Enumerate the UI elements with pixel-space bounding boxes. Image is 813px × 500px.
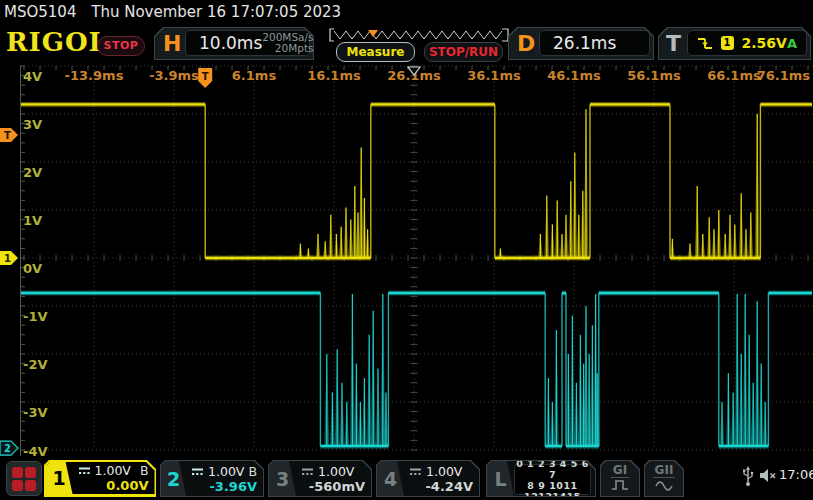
datetime-label: Thu November 16 17:07:05 2023: [91, 3, 341, 21]
svg-text:-1V: -1V: [23, 309, 48, 324]
trigger-level: 2.56V: [742, 35, 787, 51]
trigger-label: T: [666, 31, 681, 56]
bottom-bar: 1 1.00V B 0.00V 2 1.00V: [0, 457, 813, 500]
delay-block[interactable]: D 26.1ms: [508, 27, 654, 60]
logic-row-1: 0 1 2 3 4 5 6 7: [515, 458, 590, 480]
channel-2-number: 2: [161, 461, 186, 496]
channel-4-block[interactable]: 4 1.00V -4.24V: [376, 460, 480, 497]
dc-coupling-icon: [301, 467, 314, 476]
dc-coupling-icon: [409, 467, 422, 476]
logic-label: L: [487, 461, 514, 496]
channel-3-block[interactable]: 3 1.00V -560mV: [268, 460, 372, 497]
svg-text:1: 1: [4, 253, 11, 264]
dc-coupling-icon: [78, 466, 91, 475]
svg-text:76.1ms: 76.1ms: [757, 68, 811, 83]
channel-1-bw-limit: B: [140, 463, 149, 478]
svg-text:4V: 4V: [23, 69, 42, 84]
timebase-value: 10.0ms: [199, 33, 262, 53]
svg-text:-3.9ms: -3.9ms: [149, 68, 199, 83]
stop-run-button[interactable]: STOP/RUN: [424, 42, 503, 62]
channel-2-offset: -3.96V: [186, 479, 263, 494]
memory-overview[interactable]: [329, 28, 509, 42]
channel-4-scale: 1.00V: [426, 464, 462, 479]
svg-text:16.1ms: 16.1ms: [307, 68, 361, 83]
menu-button[interactable]: [6, 461, 42, 496]
channel-1-scale: 1.00V: [95, 463, 131, 478]
measure-button[interactable]: Measure: [336, 42, 415, 62]
channel-2-block[interactable]: 2 1.00V B -3.96V: [160, 460, 264, 497]
svg-text:46.1ms: 46.1ms: [547, 68, 601, 83]
logic-row-2: 8 9 1011 12131415: [515, 480, 590, 500]
channel-2-bw-limit: B: [248, 464, 257, 479]
waveform-display: -13.9ms-3.9ms6.1ms16.1ms26.1ms36.1ms46.1…: [0, 0, 813, 470]
title-bar: MSO5104 Thu November 16 17:07:05 2023: [0, 0, 813, 24]
svg-text:66.1ms: 66.1ms: [707, 68, 761, 83]
svg-text:6.1ms: 6.1ms: [232, 68, 277, 83]
channel-3-number: 3: [269, 461, 296, 496]
source-2-label: GII: [653, 463, 676, 478]
svg-text:T: T: [4, 130, 11, 141]
svg-text:-2V: -2V: [23, 357, 48, 372]
channel-3-offset: -560mV: [296, 479, 371, 494]
usb-icon: [741, 465, 755, 487]
horizontal-timebase-block[interactable]: H 10.0ms 200MSa/s 20Mpts: [154, 27, 314, 60]
svg-text:-3V: -3V: [23, 405, 48, 420]
svg-text:-13.9ms: -13.9ms: [65, 68, 124, 83]
svg-text:1V: 1V: [23, 213, 42, 228]
svg-text:3V: 3V: [23, 117, 42, 132]
channel-2-scale: 1.00V: [208, 464, 244, 479]
logic-channels-block[interactable]: L 0 1 2 3 4 5 6 7 8 9 1011 12131415: [486, 460, 596, 497]
svg-text:0V: 0V: [23, 261, 42, 276]
clock: 17:06: [779, 467, 813, 482]
toolbar: RIGOL STOP H 10.0ms 200MSa/s 20Mpts Meas…: [0, 24, 813, 62]
svg-text:36.1ms: 36.1ms: [467, 68, 521, 83]
svg-text:2: 2: [4, 443, 11, 454]
source-1-label: GI: [611, 463, 629, 478]
channel-4-number: 4: [377, 461, 404, 496]
source-1-block[interactable]: GI: [600, 460, 640, 497]
timebase-pill: 10.0ms 200MSa/s 20Mpts: [185, 30, 310, 56]
channel-1-offset: 0.00V: [73, 478, 155, 493]
acquisition-status-badge: STOP: [97, 36, 145, 56]
channel-4-offset: -4.24V: [404, 479, 479, 494]
model-label: MSO5104: [4, 3, 76, 21]
horizontal-label: H: [163, 31, 181, 56]
rigol-logo: RIGOL: [6, 27, 108, 57]
square-wave-icon: [610, 478, 630, 491]
trigger-source-badge: 1: [721, 36, 734, 50]
trigger-pill: 1 2.56V A: [687, 30, 807, 56]
dc-coupling-icon: [191, 467, 204, 476]
sine-wave-icon: [654, 478, 674, 491]
svg-text:T: T: [202, 71, 209, 82]
svg-text:2V: 2V: [23, 165, 42, 180]
channel-1-number: 1: [46, 462, 73, 495]
falling-edge-icon: [696, 35, 713, 51]
delay-value: 26.1ms: [553, 33, 616, 53]
channel-3-scale: 1.00V: [318, 464, 354, 479]
speaker-muted-icon: [759, 468, 777, 483]
delay-label: D: [517, 31, 535, 56]
trigger-mode: A: [787, 36, 797, 51]
oscilloscope-screen: MSO5104 Thu November 16 17:07:05 2023 -1…: [0, 0, 813, 500]
channel-1-block[interactable]: 1 1.00V B 0.00V: [44, 460, 156, 497]
grid-icon: [12, 467, 36, 491]
svg-text:56.1ms: 56.1ms: [627, 68, 681, 83]
delay-pill: 26.1ms: [539, 30, 650, 56]
memory-depth: 20Mpts: [275, 42, 314, 54]
trigger-block[interactable]: T 1 2.56V A: [658, 27, 811, 60]
source-2-block[interactable]: GII: [644, 460, 684, 497]
